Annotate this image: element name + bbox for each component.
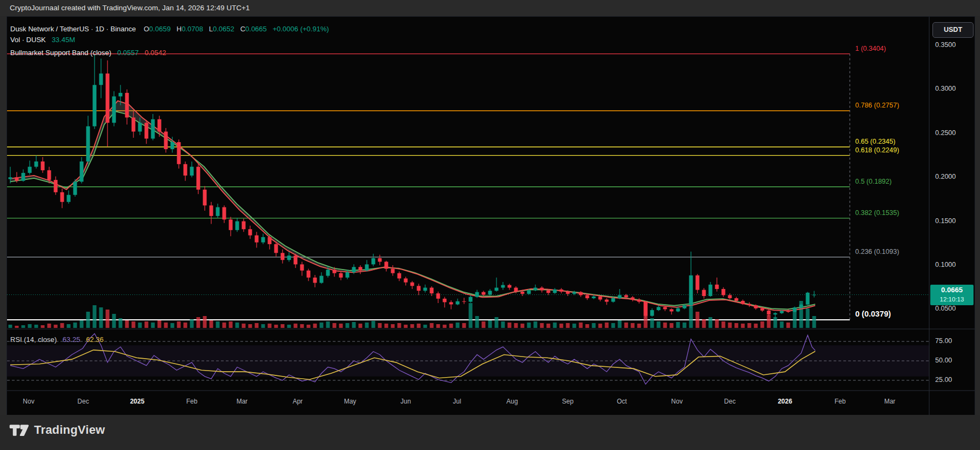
volume-bar: [378, 323, 382, 328]
rsi-label: RSI (14, close): [10, 335, 57, 344]
volume-bar: [735, 323, 739, 328]
volume-bar: [346, 323, 350, 328]
candle-body: [203, 190, 207, 205]
candle-body: [365, 264, 369, 270]
time-axis-label: Dec: [77, 398, 89, 405]
volume-bar: [158, 320, 162, 328]
symbol-title: Dusk Network / TetherUS: [10, 25, 89, 33]
time-axis-label: Mar: [884, 398, 896, 405]
volume-bar: [637, 324, 641, 328]
candle-body: [488, 291, 492, 294]
band-label: Bullmarket Support Band (close): [10, 49, 111, 57]
volume-bar: [586, 324, 589, 328]
volume-bar: [391, 324, 395, 328]
volume-bar: [715, 319, 719, 328]
volume-bar: [41, 325, 45, 328]
candle-body: [560, 290, 563, 292]
candle-body: [780, 311, 784, 313]
candle-body: [210, 205, 213, 216]
volume-bar: [15, 326, 19, 328]
candle-body: [469, 297, 473, 302]
volume-bar: [605, 323, 609, 328]
currency-toggle-button[interactable]: USDT: [932, 22, 974, 38]
exchange-label: Binance: [111, 25, 136, 33]
candle-body: [722, 289, 726, 295]
volume-bar: [184, 323, 187, 328]
volume-bar: [741, 324, 745, 328]
candle-body: [320, 276, 324, 283]
candle-body: [61, 192, 64, 202]
candle-body: [197, 167, 200, 190]
band-legend-row[interactable]: Bullmarket Support Band (close) 0.0557 0…: [10, 49, 166, 57]
candle-body: [164, 132, 168, 150]
volume-bar: [35, 325, 38, 328]
support-band-green-line: [10, 111, 815, 309]
candle-body: [793, 307, 797, 312]
candle-body: [93, 85, 97, 126]
time-axis-label: Sep: [562, 398, 573, 405]
volume-bar: [437, 324, 440, 328]
volume-bar: [229, 321, 233, 328]
volume-bar: [722, 321, 726, 328]
rsi-scale-label: 50.00: [935, 357, 952, 364]
volume-bar: [203, 316, 207, 328]
volume-bar: [508, 323, 512, 328]
volume-bar: [9, 325, 12, 328]
candle-body: [300, 264, 304, 270]
candle-body: [813, 295, 816, 295]
current-price-value: 0.0665: [930, 285, 974, 295]
price-axis[interactable]: USDT 0.35000.30000.25000.20000.15000.100…: [929, 17, 975, 415]
candle-body: [313, 278, 317, 283]
candle-body: [449, 302, 453, 304]
volume-bar: [566, 323, 570, 328]
volume-bar: [631, 323, 635, 328]
volume-bar: [22, 325, 25, 328]
candle-body: [709, 285, 713, 296]
volume-bar: [73, 323, 77, 328]
rsi-legend-row[interactable]: RSI (14, close) 63.25 62.36: [10, 335, 104, 344]
candle-body: [424, 288, 427, 291]
candle-body: [670, 309, 674, 311]
candle-body: [482, 292, 486, 295]
candle-body: [462, 301, 466, 302]
candle-body: [119, 93, 123, 97]
volume-bar: [106, 310, 110, 328]
candle-body: [48, 170, 51, 180]
volume-bar: [99, 307, 103, 328]
change-value: +0.0006 (+0.91%): [273, 25, 329, 33]
candle-body: [35, 162, 38, 167]
tradingview-logo[interactable]: TradingView: [9, 423, 105, 437]
volume-bar: [385, 324, 388, 328]
candle-body: [715, 285, 719, 289]
price-scale-label: 0.3500: [935, 41, 956, 49]
candle-body: [385, 261, 388, 268]
current-price-badge[interactable]: 0.0665 12:10:13: [930, 285, 974, 305]
candle-body: [28, 167, 32, 173]
price-scale-label: 0.0500: [935, 305, 956, 312]
rsi-scale-label: 25.00: [935, 376, 952, 384]
candle-body: [346, 272, 350, 278]
volume-bar: [560, 324, 563, 328]
volume-bar: [475, 316, 479, 328]
symbol-legend-row[interactable]: Dusk Network / TetherUS · 1D · Binance O…: [10, 25, 329, 33]
volume-bar: [365, 323, 369, 328]
support-band-red-line: [10, 101, 815, 311]
price-scale-label: 0.2500: [935, 129, 956, 137]
volume-bar: [339, 324, 343, 328]
volume-bar: [495, 317, 499, 328]
volume-legend-row[interactable]: Vol · DUSK 33.45M: [10, 36, 75, 44]
volume-bar: [761, 321, 764, 328]
volume-bar: [573, 324, 576, 328]
candle-body: [99, 73, 103, 85]
candle-body: [735, 298, 739, 301]
fib-level-label: 0.65 (0.2345): [855, 138, 895, 145]
candle-body: [411, 283, 414, 286]
chart-canvas[interactable]: [7, 17, 975, 415]
time-axis-label: Mar: [237, 398, 248, 405]
open-value: 0.0659: [149, 25, 171, 33]
volume-bar: [702, 319, 706, 328]
volume-bar: [676, 322, 680, 328]
open-label: O: [144, 25, 149, 33]
candle-body: [508, 285, 512, 288]
candle-body: [741, 301, 745, 304]
